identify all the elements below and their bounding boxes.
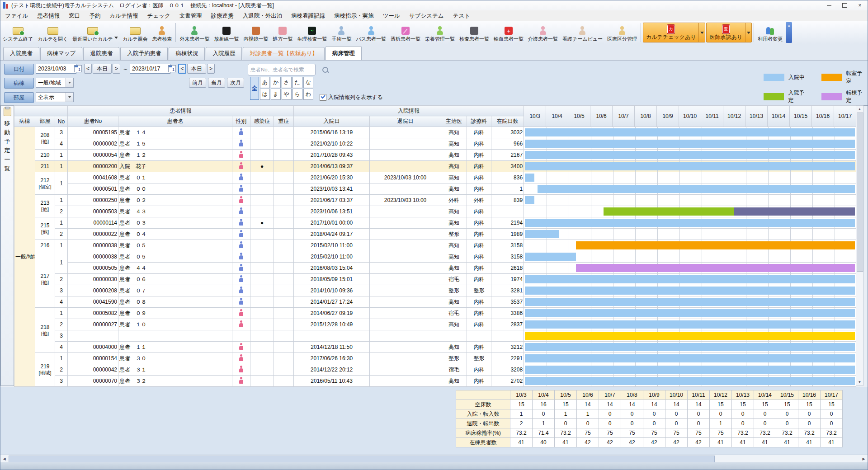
menu-item[interactable]: 文書管理 xyxy=(175,10,207,21)
patient-row[interactable]: 219[地域]100000154患者 ３０2017/06/26 16:30整形整… xyxy=(14,353,856,364)
menu-item[interactable]: 病棟指示・実施 xyxy=(330,10,378,21)
patient-row[interactable]: 400000002患者 １５2021/02/10 10:22高知内科966 xyxy=(14,138,856,150)
toolbar-button-放射線一覧[interactable]: 放射線一覧 xyxy=(212,21,241,44)
patient-row[interactable]: 200000022患者 ０４2018/04/24 09:17整形内科1989 xyxy=(14,229,856,240)
kana-all-button[interactable]: 全 xyxy=(250,77,259,100)
toolbar-button-生理検査一覧[interactable]: ~生理検査一覧 xyxy=(295,21,329,44)
gantt-bar-inpatient[interactable] xyxy=(538,185,855,193)
toolbar-button-介護患者一覧[interactable]: 介護患者一覧 xyxy=(526,21,560,44)
toolbar-button-カルテを開く[interactable]: カルテを開く xyxy=(35,21,70,44)
room-filter-button[interactable]: 部屋 xyxy=(4,92,34,103)
menu-item[interactable]: 病棟看護記録 xyxy=(287,10,330,21)
gantt-bar-inpatient[interactable] xyxy=(525,377,855,385)
patient-row[interactable]: 400004000患者 １１2014/12/18 11:50高知内科3212 xyxy=(14,342,856,353)
toolbar-button-カルテ照会[interactable]: カルテ照会 xyxy=(120,21,150,44)
menu-item[interactable]: ツール xyxy=(378,10,405,21)
toolbar-button-パス患者一覧[interactable]: パス患者一覧 xyxy=(354,21,388,44)
gantt-bar-inpatient[interactable] xyxy=(525,151,855,159)
checkbox-checked-icon[interactable] xyxy=(320,94,326,101)
this-month-button[interactable]: 当月 xyxy=(208,78,225,88)
patient-row[interactable]: 200000042患者 ３１2014/12/22 20:12宿毛内科3208 xyxy=(14,364,856,376)
menu-item[interactable]: 予約 xyxy=(85,10,105,21)
gantt-bar-inpatient[interactable] xyxy=(525,174,534,182)
patient-row[interactable]: 400041590患者 ０８2014/01/27 17:24高知内科3537 xyxy=(14,296,856,308)
patient-row[interactable]: 一般/地域208[他]300005195患者 １４2015/06/16 13:1… xyxy=(14,127,856,138)
patient-row[interactable]: 200000030患者 ０６2018/05/09 15:01宿毛内科1974 xyxy=(14,274,856,285)
menu-item[interactable]: チェック xyxy=(143,10,175,21)
kana-key-た[interactable]: た xyxy=(292,77,302,88)
chevron-down-icon[interactable] xyxy=(698,23,705,42)
kana-key-わ[interactable]: わ xyxy=(303,89,313,100)
menu-item[interactable]: ファイル xyxy=(0,10,33,21)
toolbar-button-栄養管理一覧[interactable]: 栄養管理一覧 xyxy=(423,21,457,44)
toolbar-button-手術一覧[interactable]: 手術一覧 xyxy=(329,21,354,44)
toolbar-button-処方一覧[interactable]: 処方一覧 xyxy=(270,21,295,44)
today-button-from[interactable]: 本日 xyxy=(93,64,112,74)
gantt-bar-inpatient[interactable] xyxy=(525,343,855,351)
vertical-scroll-thumb[interactable] xyxy=(857,113,863,272)
menu-item[interactable]: 入退院・外出泊 xyxy=(238,10,287,21)
tab-病棟マップ[interactable]: 病棟マップ xyxy=(40,47,82,60)
patient-row[interactable]: 211100000200入院 花子●2014/06/13 09:37高知内科34… xyxy=(14,161,856,172)
accent-button-医師承認あり[interactable]: 医医師承認あり xyxy=(706,23,752,42)
gantt-bar-ward_move[interactable] xyxy=(576,264,855,272)
ward-select[interactable]: 一般/地域 xyxy=(36,78,74,88)
gantt-bar-admit_plan[interactable] xyxy=(604,207,734,216)
patient-row[interactable]: 200000503患者 ４３2023/10/06 13:51高知内科 xyxy=(14,206,856,217)
gantt-bar-inpatient[interactable] xyxy=(525,354,855,362)
calendar-icon[interactable]: 1 xyxy=(74,65,82,72)
date-from-input[interactable] xyxy=(36,64,76,74)
tab-入院履歴[interactable]: 入院履歴 xyxy=(206,47,242,60)
tab-入院予約患者[interactable]: 入院予約患者 xyxy=(120,47,168,60)
show-admission-columns-option[interactable]: 入院情報列を表示する xyxy=(320,94,383,101)
gantt-bar-inpatient[interactable] xyxy=(525,366,855,374)
toolbar-more-button[interactable]: » xyxy=(786,22,792,43)
gantt-bar-inpatient[interactable] xyxy=(525,253,576,261)
room-select[interactable]: 全表示 xyxy=(36,92,74,102)
gantt-bar-inpatient[interactable] xyxy=(525,128,855,136)
chevron-down-icon[interactable] xyxy=(745,23,751,42)
toolbar-button-看護チームビュー[interactable]: 看護チームビュー xyxy=(560,21,605,44)
tab-入院患者[interactable]: 入院患者 xyxy=(3,47,39,60)
tab-退院患者[interactable]: 退院患者 xyxy=(83,47,119,60)
kana-key-あ[interactable]: あ xyxy=(260,77,270,88)
user-change-button[interactable]: 利用者変更 xyxy=(755,21,785,44)
menu-item[interactable]: カルテ情報 xyxy=(105,10,142,21)
close-button[interactable]: × xyxy=(852,0,868,10)
kana-key-さ[interactable]: さ xyxy=(282,77,292,88)
calendar-icon[interactable]: 1 xyxy=(168,65,176,72)
kana-key-は[interactable]: は xyxy=(260,89,270,100)
toolbar-button-検査患者一覧[interactable]: 検査患者一覧 xyxy=(457,21,491,44)
patient-row[interactable]: 300000208患者 ０７2014/10/10 09:36整形整形3281 xyxy=(14,285,856,296)
gantt-bar-room_move[interactable] xyxy=(576,241,855,249)
tab-病床管理[interactable]: 病床管理 xyxy=(326,46,362,60)
patient-row[interactable]: 300000070患者 ３２2016/05/11 10:43高知内科2702 xyxy=(14,376,856,387)
gantt-bar-inpatient[interactable] xyxy=(525,309,855,317)
patient-row[interactable]: 00000505患者 ４４2016/08/03 15:04高知内科2618 xyxy=(14,263,856,274)
gantt-bar-discharge_plan[interactable] xyxy=(734,207,855,216)
kana-key-や[interactable]: や xyxy=(282,89,292,100)
kana-key-な[interactable]: な xyxy=(303,77,313,88)
toolbar-button-患者検索[interactable]: 患者検索 xyxy=(150,21,174,44)
gantt-bar-keep[interactable] xyxy=(525,332,855,340)
search-input[interactable] xyxy=(248,67,322,72)
toolbar-button-医療区分管理[interactable]: 医療区分管理 xyxy=(605,21,639,44)
chevron-down-icon[interactable] xyxy=(114,37,118,39)
next-day-button[interactable]: > xyxy=(113,64,120,74)
patient-row[interactable]: 3 xyxy=(14,330,856,342)
scroll-right-icon[interactable]: ▶ xyxy=(860,455,868,462)
gantt-bar-inpatient[interactable] xyxy=(525,140,855,148)
date-filter-button[interactable]: 日付 xyxy=(4,64,34,75)
toolbar-button-輸血患者一覧[interactable]: ＋輸血患者一覧 xyxy=(491,21,526,44)
next-month-button[interactable]: 次月 xyxy=(227,78,244,88)
vertical-scrollbar[interactable]: ▲ ▼ xyxy=(856,105,863,386)
horizontal-scroll-thumb[interactable] xyxy=(9,456,715,463)
gantt-bar-inpatient[interactable] xyxy=(525,162,855,170)
toolbar-button-最近開いたカルテ[interactable]: 最近開いたカルテ xyxy=(70,21,120,44)
gantt-bar-inpatient[interactable] xyxy=(525,230,559,238)
gantt-bar-inpatient[interactable] xyxy=(525,196,534,204)
toolbar-button-透析患者一覧[interactable]: ／透析患者一覧 xyxy=(388,21,423,44)
date-to-input[interactable] xyxy=(130,64,170,74)
gantt-bar-inpatient[interactable] xyxy=(525,275,855,283)
gantt-bar-inpatient[interactable] xyxy=(525,219,855,227)
